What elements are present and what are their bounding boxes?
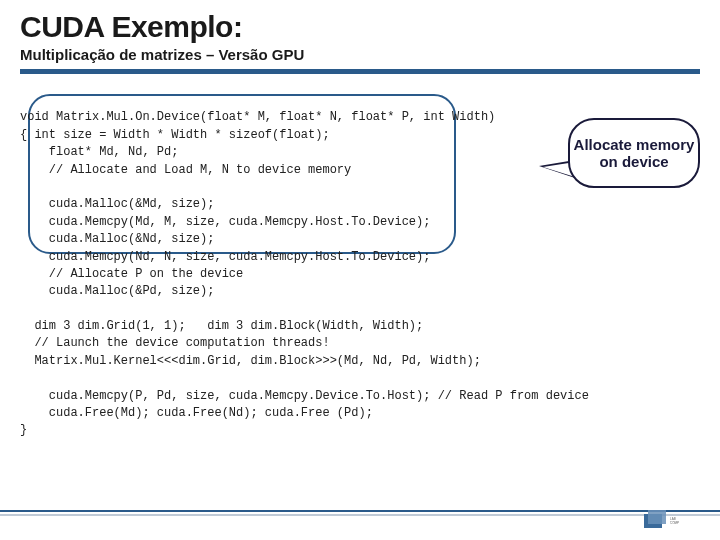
code-line: cuda.Memcpy(P, Pd, size, cuda.Memcpy.Dev… (20, 389, 589, 403)
code-line: cuda.Memcpy(Md, M, size, cuda.Memcpy.Hos… (20, 215, 430, 229)
logo-icon: LAB COMP (644, 506, 700, 534)
code-line: float* Md, Nd, Pd; (20, 145, 178, 159)
footer-rule-bottom (0, 514, 720, 516)
code-line: { int size = Width * Width * sizeof(floa… (20, 128, 330, 142)
callout-bubble: Allocate memory on device (568, 118, 700, 188)
header-rule (20, 69, 700, 74)
footer-logo: LAB COMP (644, 506, 700, 534)
code-line: cuda.Malloc(&Nd, size); (20, 232, 214, 246)
slide-subtitle: Multiplicação de matrizes – Versão GPU (20, 46, 700, 63)
callout-text: Allocate memory on device (570, 136, 698, 170)
code-line: // Allocate P on the device (20, 267, 243, 281)
code-line: Matrix.Mul.Kernel<<<dim.Grid, dim.Block>… (20, 354, 481, 368)
code-line: cuda.Malloc(&Pd, size); (20, 284, 214, 298)
code-line: cuda.Malloc(&Md, size); (20, 197, 214, 211)
code-line: // Allocate and Load M, N to device memo… (20, 163, 351, 177)
code-line: } (20, 423, 27, 437)
code-line: // Launch the device computation threads… (20, 336, 330, 350)
code-line: dim 3 dim.Grid(1, 1); dim 3 dim.Block(Wi… (20, 319, 423, 333)
code-line: void Matrix.Mul.On.Device(float* M, floa… (20, 110, 495, 124)
slide-header: CUDA Exemplo: Multiplicação de matrizes … (0, 0, 720, 80)
svg-text:COMP: COMP (670, 521, 679, 525)
code-line: cuda.Memcpy(Nd, N, size, cuda.Memcpy.Hos… (20, 250, 430, 264)
slide-title: CUDA Exemplo: (20, 10, 700, 44)
svg-rect-1 (648, 510, 666, 524)
footer-rule-top (0, 510, 720, 512)
code-line: cuda.Free(Md); cuda.Free(Nd); cuda.Free … (20, 406, 373, 420)
